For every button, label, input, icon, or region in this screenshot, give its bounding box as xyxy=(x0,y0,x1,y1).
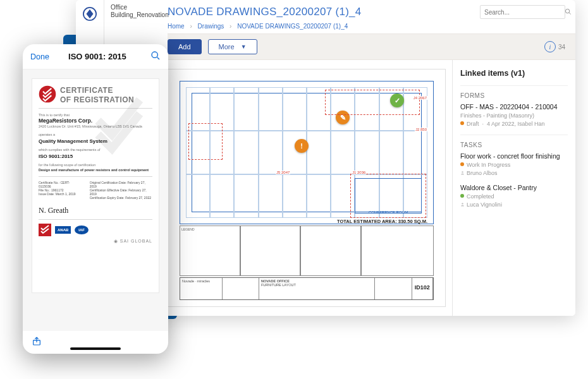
form-subtitle: Finishes - Painting (Masonry) xyxy=(460,112,568,120)
mobile-preview-window: Done ISO 9001: 2015 CERTIFICATE OF REGIS… xyxy=(23,44,168,354)
drawing-viewer[interactable]: ! ✎ ✓ CONFERENCE ROOM J5 2047 J1 2036 J4… xyxy=(168,60,452,316)
titleblock-owner: NOVADE OFFICEFURNITURE LAYOUT xyxy=(259,278,375,299)
task-title: Floor work - concret floor finishing xyxy=(460,152,568,160)
share-icon[interactable] xyxy=(32,335,42,349)
content-row: ! ✎ ✓ CONFERENCE ROOM J5 2047 J1 2036 J4… xyxy=(168,60,575,316)
status-dot-icon xyxy=(460,194,464,198)
linked-items-panel: Linked items (v1) FORMS OFF - MAS - 2022… xyxy=(452,60,575,316)
search-icon[interactable] xyxy=(150,51,161,63)
iaf-badge: IAF xyxy=(75,226,89,234)
page-title: NOVADE DRAWINGS_20200207 (1)_4 xyxy=(168,6,480,18)
svg-rect-6 xyxy=(39,224,51,236)
toolbar: Add More ▼ i 34 xyxy=(168,33,575,60)
drawing-frame: ! ✎ ✓ CONFERENCE ROOM J5 2047 J1 2036 J4… xyxy=(168,69,446,307)
chevron-down-icon: ▼ xyxy=(241,44,247,50)
furniture-legend: LEGEND xyxy=(180,226,434,276)
mobile-body[interactable]: CERTIFICATE OF REGISTRATION This is to c… xyxy=(23,69,168,331)
forms-section-label: FORMS xyxy=(460,85,568,99)
legend-col-4 xyxy=(361,226,434,276)
task-assignee: Luca Vignolini xyxy=(460,201,568,209)
status-dot-icon xyxy=(460,162,464,166)
form-title: OFF - MAS - 20220404 - 210004 xyxy=(460,103,568,111)
svg-point-5 xyxy=(39,86,56,103)
mobile-title: ISO 9001: 2015 xyxy=(49,52,150,61)
anab-badge: ANAB xyxy=(55,226,71,234)
task-assignee: Bruno Albos xyxy=(460,169,568,177)
mobile-bottom-bar xyxy=(23,331,168,354)
search-field[interactable] xyxy=(480,5,565,19)
search-icon xyxy=(565,8,572,16)
legend-col-1: LEGEND xyxy=(180,226,240,276)
info-count[interactable]: i 34 xyxy=(544,41,565,52)
zone-highlight-1 xyxy=(188,123,223,160)
dim-j1: J1 2036 xyxy=(352,171,366,174)
home-indicator xyxy=(70,347,121,350)
watermark-icon xyxy=(84,83,154,159)
five-ticks-badge-icon xyxy=(39,224,51,236)
task-item[interactable]: Waldore & Closet - Pantry Completed Luca… xyxy=(460,184,568,209)
search-input[interactable] xyxy=(484,9,565,16)
titleblock-sheet-id: ID102 xyxy=(412,278,433,299)
linked-items-title: Linked items (v1) xyxy=(460,69,568,78)
task-status: Work In Progress xyxy=(460,161,568,169)
dim-j2: J2 850 xyxy=(415,128,427,131)
accreditation-badges: ANAB IAF xyxy=(39,224,152,236)
breadcrumb: Home › Drawings › NOVADE DRAWINGS_202002… xyxy=(168,21,575,33)
info-icon: i xyxy=(544,41,556,52)
legend-col-3 xyxy=(300,226,361,276)
status-dot-icon xyxy=(460,121,464,125)
form-meta: Draft · 4 Apr 2022, Isabel Han xyxy=(460,120,568,128)
marker-orange-1[interactable]: ! xyxy=(295,139,309,153)
dim-j5: J5 2047 xyxy=(276,171,290,174)
form-item[interactable]: OFF - MAS - 20220404 - 210004 Finishes -… xyxy=(460,103,568,128)
svg-point-1 xyxy=(565,9,569,13)
dim-j4: J4 2067 xyxy=(413,96,427,100)
zone-highlight-2 xyxy=(325,90,420,115)
titleblock-notes xyxy=(223,278,259,299)
task-item[interactable]: Floor work - concret floor finishing Wor… xyxy=(460,152,568,177)
task-title: Waldore & Closet - Pantry xyxy=(460,184,568,191)
five-ticks-logo-icon xyxy=(39,85,56,103)
crumb-current: NOVADE DRAWINGS_20200207 (1)_4 xyxy=(237,23,348,30)
certificate-document: CERTIFICATE OF REGISTRATION This is to c… xyxy=(32,78,159,293)
signature: N. Greath xyxy=(39,206,152,215)
svg-point-2 xyxy=(462,171,463,172)
svg-point-3 xyxy=(462,203,463,204)
tasks-section-label: TASKS xyxy=(460,135,568,148)
svg-point-4 xyxy=(152,52,157,57)
add-button[interactable]: Add xyxy=(168,39,202,54)
conference-room-detail: CONFERENCE ROOM xyxy=(350,174,426,218)
more-label: More xyxy=(219,43,235,51)
sai-global-label: ◉ SAI GLOBAL xyxy=(39,239,152,244)
person-icon xyxy=(460,202,465,207)
header: NOVADE DRAWINGS_20200207 (1)_4 xyxy=(168,0,575,21)
chevron-right-icon: › xyxy=(230,23,231,30)
done-button[interactable]: Done xyxy=(30,52,49,61)
mobile-navbar: Done ISO 9001: 2015 xyxy=(23,44,168,69)
drawing-title-block: Novade · miracles NOVADE OFFICEFURNITURE… xyxy=(180,277,434,300)
area-total: TOTAL ESTIMATED AREA: 330.50 SQ.M. xyxy=(337,219,427,224)
cert-scope: Design and manufacture of power resistor… xyxy=(39,167,152,172)
chevron-right-icon: › xyxy=(190,23,192,30)
more-button[interactable]: More ▼ xyxy=(208,39,257,54)
conf-room-label: CONFERENCE ROOM xyxy=(355,178,422,214)
info-count-value: 34 xyxy=(558,44,565,51)
app-logo[interactable] xyxy=(81,5,99,23)
titleblock-brand: Novade · miracles xyxy=(180,278,223,299)
crumb-drawings[interactable]: Drawings xyxy=(198,23,224,30)
task-status: Completed xyxy=(460,193,568,201)
project-context-title[interactable]: Office Building_Renovation xyxy=(111,4,168,19)
cert-scope-lead: for the following scope of certification xyxy=(39,162,152,167)
main-column: NOVADE DRAWINGS_20200207 (1)_4 Home › Dr… xyxy=(104,0,575,316)
titleblock-revisions xyxy=(375,278,412,299)
person-icon xyxy=(460,171,465,175)
legend-col-2 xyxy=(240,226,301,276)
crumb-home[interactable]: Home xyxy=(168,23,185,30)
